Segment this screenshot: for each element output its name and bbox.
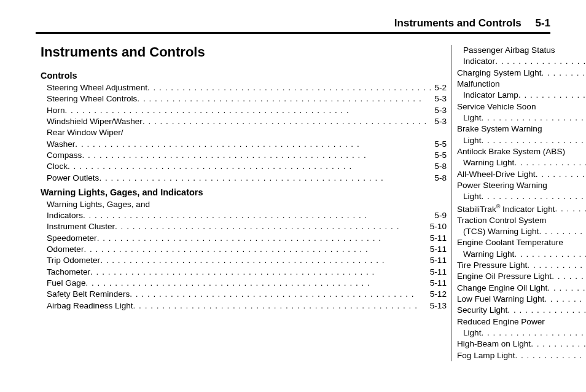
toc-entry: Indicator5-14 xyxy=(457,56,586,67)
toc-group-title: Warning Lights, Gages, and Indicators xyxy=(41,187,447,198)
toc-label: Indicator xyxy=(463,56,495,67)
toc-leader xyxy=(133,300,428,312)
toc-leader xyxy=(97,233,428,244)
toc-entry: Security Light5-23 xyxy=(457,305,586,316)
toc-label: Warning Light xyxy=(463,249,514,260)
header-page: 5-1 xyxy=(535,17,550,29)
toc-entry: Speedometer5-11 xyxy=(41,233,447,244)
toc-entry: Odometer5-11 xyxy=(41,244,447,255)
toc-page: 5-13 xyxy=(428,300,447,312)
toc-page: 5-2 xyxy=(432,82,447,93)
toc-entry: StabiliTrak® Indicator Light5-20 xyxy=(457,203,586,215)
toc-label: Engine Oil Pressure Light xyxy=(457,271,552,282)
toc-page: 5-5 xyxy=(432,139,447,150)
toc-entry: Tire Pressure Light5-21 xyxy=(457,260,586,271)
toc-leader xyxy=(547,283,586,294)
toc-leader xyxy=(481,135,586,146)
toc-leader xyxy=(130,289,428,300)
toc-entry-wrap: Passenger Airbag Status xyxy=(457,45,586,56)
toc-entry: Safety Belt Reminders5-12 xyxy=(41,289,447,300)
toc-entry: Engine Oil Pressure Light5-22 xyxy=(457,271,586,282)
toc-page: 5-3 xyxy=(432,105,447,116)
toc-label: (TCS) Warning Light xyxy=(463,226,539,237)
toc-leader xyxy=(82,150,432,161)
toc-entry: All-Wheel-Drive Light5-19 xyxy=(457,169,586,180)
toc-label: Odometer xyxy=(47,244,84,255)
toc-entry: Change Engine Oil Light5-22 xyxy=(457,283,586,294)
toc-leader xyxy=(147,82,432,93)
toc-page: 5-11 xyxy=(428,244,447,255)
toc-entry: Steering Wheel Controls5-3 xyxy=(41,93,447,104)
toc-entry: Steering Wheel Adjustment5-2 xyxy=(41,82,447,93)
toc-leader xyxy=(555,203,586,214)
toc-entry: Washer5-5 xyxy=(41,139,447,150)
toc-page: 5-11 xyxy=(428,278,447,289)
toc-label: Light xyxy=(463,191,481,202)
toc-entry: Tachometer5-11 xyxy=(41,267,447,278)
toc-leader xyxy=(68,161,432,172)
toc-leader xyxy=(85,278,427,289)
toc-label: Warning Light xyxy=(463,157,514,168)
toc-label: Power Outlets xyxy=(47,173,99,184)
toc-label: Charging System Light xyxy=(457,68,542,79)
toc-page: 5-8 xyxy=(432,161,447,172)
toc-list: Steering Wheel Adjustment5-2Steering Whe… xyxy=(41,82,447,184)
header-title: Instruments and Controls 5-1 xyxy=(36,17,550,29)
toc-leader xyxy=(536,169,586,180)
toc-entry: Light5-18 xyxy=(457,135,586,146)
toc-leader xyxy=(64,105,432,116)
toc-entry: Instrument Cluster5-10 xyxy=(41,221,447,232)
toc-page: 5-8 xyxy=(432,173,447,184)
toc-label: Light xyxy=(463,112,481,123)
toc-label: Horn xyxy=(47,105,64,116)
toc-label: Steering Wheel Adjustment xyxy=(47,82,147,93)
toc-entry: Light5-20 xyxy=(457,191,586,202)
toc-entry: High-Beam on Light5-24 xyxy=(457,339,586,350)
toc-page: 5-3 xyxy=(432,93,447,104)
toc-label: Fuel Gage xyxy=(47,278,85,289)
toc-label: StabiliTrak® Indicator Light xyxy=(457,203,555,215)
toc-label: Tachometer xyxy=(47,267,90,278)
toc-label: Steering Wheel Controls xyxy=(47,93,137,104)
toc-page: 5-11 xyxy=(428,233,447,244)
toc-label: Clock xyxy=(47,161,68,172)
toc-entry: Airbag Readiness Light5-13 xyxy=(41,300,447,312)
toc-entry: Trip Odometer5-11 xyxy=(41,255,447,266)
toc-leader xyxy=(542,68,586,79)
toc-page: 5-11 xyxy=(428,267,447,278)
toc-leader xyxy=(100,255,428,266)
toc-label: Airbag Readiness Light xyxy=(47,300,133,312)
toc-leader xyxy=(552,271,586,282)
toc-label: High-Beam on Light xyxy=(457,339,531,350)
toc-leader xyxy=(481,191,586,202)
toc-label: All-Wheel-Drive Light xyxy=(457,169,536,180)
toc-entry: Fuel Gage5-11 xyxy=(41,278,447,289)
toc-leader xyxy=(531,339,586,350)
toc-columns: Instruments and Controls ControlsSteerin… xyxy=(36,45,550,361)
toc-entry: (TCS) Warning Light5-20 xyxy=(457,226,586,237)
toc-entry: Warning Light5-21 xyxy=(457,249,586,260)
toc-entry-wrap: Reduced Engine Power xyxy=(457,316,586,327)
toc-list: Warning Lights, Gages, andIndicators5-9I… xyxy=(41,199,447,312)
toc-entry: Windshield Wiper/Washer5-3 xyxy=(41,116,447,127)
section-title: Instruments and Controls xyxy=(41,45,447,60)
toc-entry: Horn5-3 xyxy=(41,105,447,116)
toc-page: 5-5 xyxy=(432,150,447,161)
column-1: Instruments and Controls ControlsSteerin… xyxy=(36,45,451,361)
toc-label: Tire Pressure Light xyxy=(457,260,527,271)
toc-entry-wrap: Traction Control System xyxy=(457,215,586,226)
toc-entry: Low Fuel Warning Light5-23 xyxy=(457,294,586,305)
toc-label: Speedometer xyxy=(47,233,97,244)
toc-label: Light xyxy=(463,327,481,339)
toc-page: 5-3 xyxy=(432,116,447,127)
toc-entry-wrap: Warning Lights, Gages, and xyxy=(41,199,447,210)
toc-leader xyxy=(143,116,432,127)
toc-label: Trip Odometer xyxy=(47,255,100,266)
toc-leader xyxy=(115,221,428,232)
toc-leader xyxy=(544,294,586,305)
toc-entry: Charging System Light5-15 xyxy=(457,68,586,79)
toc-leader xyxy=(527,260,586,271)
toc-entry: Warning Light5-19 xyxy=(457,157,586,168)
toc-label: Security Light xyxy=(457,305,507,316)
toc-label: Indicator Lamp xyxy=(463,90,518,101)
